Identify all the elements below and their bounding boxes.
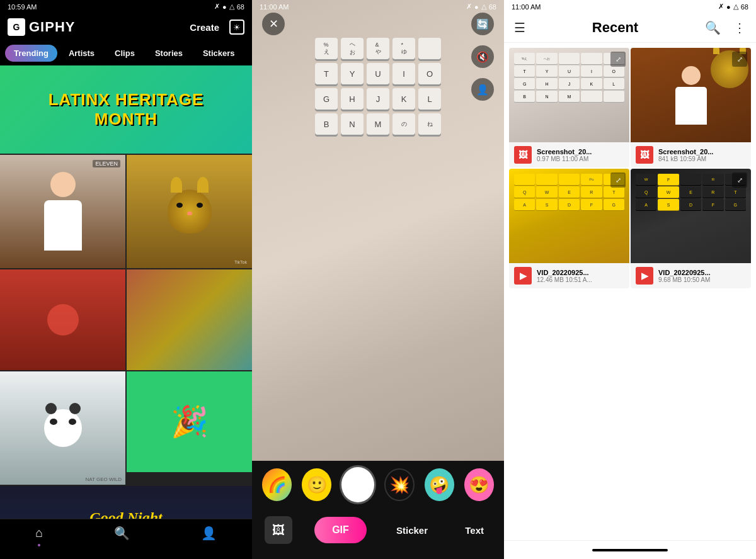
battery-icon: 68 [237,3,244,11]
files-wifi-icon: △ [733,3,738,11]
gif-panda[interactable]: NAT GEO WILD [0,371,125,485]
sticker-bar: 🌈 🙂 💥 🤪 😍 [252,461,504,509]
sticker-mode-button[interactable]: Sticker [389,520,435,541]
giphy-logo: G GIPHY [8,18,75,36]
giphy-header: G GIPHY Create ☀ [0,13,252,41]
star-sticker[interactable]: 💥 [384,468,415,501]
file-name-3: VID_20220925... [537,269,624,276]
wifi-icon: △ [229,3,234,11]
files-status-bar: 11:00 AM ✗ ● △ 68 [504,0,756,13]
active-indicator [38,544,40,546]
gif-cat[interactable]: TikTok [127,155,252,268]
file-details-1: Screenshot_20... 0.97 MB 11:00 AM [537,148,624,162]
search-icon[interactable]: 🔍 [705,20,721,35]
gif-placeholder[interactable] [127,269,252,370]
bluetooth-icon: ✗ [214,3,220,11]
file-meta-3: 12.46 MB 10:51 A... [537,276,624,283]
gif-soccer[interactable] [0,269,125,370]
search-nav-icon: 🔍 [114,526,130,541]
giphy-status-time: 10:59 AM [8,3,37,11]
file-card-3[interactable]: Po Q W E R T A S D F G ⤢ ▶ [509,169,629,288]
flip-camera-button[interactable]: 🔄 [471,13,494,35]
file-info-3: ▶ VID_20220925... 12.46 MB 10:51 A... [509,263,629,288]
gallery-button[interactable]: 🖼 [265,516,292,544]
files-bt-icon: ✗ [718,3,724,11]
image-file-icon: 🖼 [518,150,527,160]
files-bat-icon: 68 [741,3,748,11]
camera-status-icons: ✗ ● △ 68 [466,3,496,11]
file-card-2[interactable]: ⤢ 🖼 Screenshot_20... 841 kB 10:59 AM [631,48,751,167]
bottom-nav-home[interactable]: ⌂ [35,526,43,546]
giphy-bottom-nav: ⌂ 🔍 👤 [0,519,252,559]
giphy-nav-bar: Trending Artists Clips Stories Stickers [0,41,252,65]
close-button[interactable]: ✕ [262,13,285,35]
camera-status-bar: 11:00 AM ✗ ● △ 68 [252,0,504,13]
create-button[interactable]: Create [190,22,219,33]
nav-clips[interactable]: Clips [106,45,144,62]
file-thumbnail-1: %え へお T Y U I O G H J K L B N [509,48,629,142]
nav-stories[interactable]: Stories [146,45,192,62]
camera-bottom-bar: 🖼 GIF Sticker Text [252,509,504,559]
giphy-app-panel: 10:59 AM ✗ ● △ 68 G GIPHY Create ☀ Trend… [0,0,252,559]
giphy-header-right: Create ☀ [190,20,244,35]
nav-artists[interactable]: Artists [60,45,103,62]
wf-icon: △ [481,3,486,11]
file-card-1[interactable]: %え へお T Y U I O G H J K L B N [509,48,629,167]
gradient-sticker[interactable]: 🌈 [262,468,292,501]
more-options-icon[interactable]: ⋮ [733,20,746,35]
image-file-icon-2: 🖼 [640,150,649,160]
profile-icon: 👤 [201,526,217,541]
expand-icon-1[interactable]: ⤢ [610,52,626,67]
expand-icon-2[interactable]: ⤢ [732,52,747,67]
nav-trending[interactable]: Trending [5,45,57,62]
gif-mode-button[interactable]: GIF [314,517,367,543]
expand-icon-3[interactable]: ⤢ [610,172,626,188]
files-status-icons: ✗ ● △ 68 [718,3,748,11]
nav-stickers[interactable]: Stickers [194,45,244,62]
portrait-mode-button[interactable]: 👤 [471,78,494,101]
file-name-4: VID_20220925... [658,269,746,276]
files-panel: 11:00 AM ✗ ● △ 68 ☰ Recent 🔍 ⋮ %え へお [504,0,756,559]
video-file-icon: ▶ [520,271,527,281]
mute-button[interactable]: 🔇 [471,45,494,68]
files-header-actions: 🔍 ⋮ [705,20,746,35]
files-header: ☰ Recent 🔍 ⋮ [504,13,756,43]
bt-icon: ✗ [466,3,472,11]
person-head [682,66,701,85]
file-meta-2: 841 kB 10:59 AM [658,155,746,162]
camera-icon[interactable]: ☀ [229,20,244,35]
smiley-sticker[interactable]: 🙂 [302,468,331,501]
file-thumbnail-4: W F R Q W E R T A S D F G ⤢ [631,169,751,263]
gif-man[interactable]: ELEVEN [0,155,125,268]
file-details-3: VID_20220925... 12.46 MB 10:51 A... [537,269,624,283]
files-bottom-bar [504,540,756,559]
home-icon: ⌂ [35,526,43,540]
text-mode-button[interactable]: Text [457,520,491,541]
signal-icon: ● [222,3,227,11]
bottom-indicator [592,549,668,551]
expand-icon-4[interactable]: ⤢ [732,172,747,188]
file-thumbnail-3: Po Q W E R T A S D F G ⤢ [509,169,629,263]
bat-icon: 68 [489,3,496,11]
capture-button[interactable] [341,467,374,502]
files-grid: %え へお T Y U I O G H J K L B N [504,43,756,540]
crazy-sticker[interactable]: 🤪 [425,468,454,501]
files-status-time: 11:00 AM [512,3,541,11]
file-details-4: VID_20220925... 9.68 MB 10:50 AM [658,269,746,283]
pink-sticker[interactable]: 😍 [464,468,494,501]
giphy-status-icons: ✗ ● △ 68 [214,3,244,11]
file-type-icon-4: ▶ [636,267,653,285]
file-details-2: Screenshot_20... 841 kB 10:59 AM [658,148,746,162]
giphy-content-grid: LATINX HERITAGE MONTH ELEVEN TikTok [0,65,252,519]
giphy-logo-icon: G [8,18,25,36]
menu-icon[interactable]: ☰ [514,20,525,35]
files-title: Recent [592,20,638,36]
gif-goodnight[interactable]: Good Night [0,486,252,519]
bottom-nav-search[interactable]: 🔍 [114,526,130,546]
file-card-4[interactable]: W F R Q W E R T A S D F G ⤢ [631,169,751,288]
file-info-4: ▶ VID_20220925... 9.68 MB 10:50 AM [631,263,751,288]
gif-banner-latinx: LATINX HERITAGE MONTH [0,65,252,154]
file-name-1: Screenshot_20... [537,148,624,155]
bottom-nav-profile[interactable]: 👤 [201,526,217,546]
gif-emoji[interactable]: 🎉 [127,371,252,472]
